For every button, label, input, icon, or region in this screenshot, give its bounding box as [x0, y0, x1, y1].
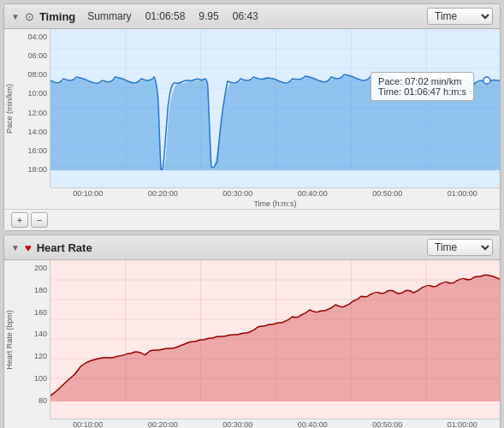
timing-tooltip-pace: Pace: 07:02 min/km — [378, 76, 466, 86]
heart-rate-chart-svg — [50, 260, 500, 419]
heart-rate-title: Heart Rate — [37, 241, 92, 254]
heart-rate-panel: ▼ ♥ Heart Rate Time Distance Heart Rate … — [3, 235, 501, 428]
hr-x-tick-5: 00:50:00 — [372, 420, 402, 428]
heart-rate-x-axis: 00:10:00 00:20:00 00:30:00 00:40:00 00:5… — [50, 419, 500, 428]
timing-y-tick-2: 06:00 — [27, 51, 47, 60]
heart-icon: ♥ — [25, 241, 32, 254]
hr-y-tick-7: 80 — [39, 396, 47, 405]
timing-x-tick-5: 00:50:00 — [372, 189, 402, 198]
timing-stat1: 01:06:58 — [145, 10, 186, 22]
heart-rate-y-axis-label: Heart Rate (bpm) — [5, 310, 14, 370]
timing-panel: ▼ ⊙ Timing Summary 01:06:58 9.95 06:43 T… — [3, 3, 501, 231]
timing-x-tick-2: 00:20:00 — [148, 189, 178, 198]
heart-rate-chart-area — [50, 260, 500, 419]
clock-icon: ⊙ — [25, 10, 34, 23]
hr-x-tick-4: 00:40:00 — [298, 420, 328, 428]
timing-x-axis: 00:10:00 00:20:00 00:30:00 00:40:00 00:5… — [50, 187, 500, 199]
timing-y-axis-label: Pace (min/km) — [5, 83, 14, 133]
timing-header: ▼ ⊙ Timing Summary 01:06:58 9.95 06:43 T… — [4, 4, 500, 29]
timing-y-tick-6: 14:00 — [27, 128, 47, 136]
heart-rate-dropdown-container: Time Distance — [427, 239, 493, 256]
timing-x-tick-3: 00:30:00 — [222, 189, 252, 198]
heart-rate-y-axis: Heart Rate (bpm) 200 180 160 140 120 100… — [4, 260, 50, 419]
timing-zoom-in-button[interactable]: + — [11, 212, 28, 228]
hr-y-tick-6: 100 — [34, 374, 47, 383]
hr-x-tick-1: 00:10:00 — [73, 420, 103, 428]
hr-y-tick-4: 140 — [34, 330, 47, 338]
timing-y-tick-7: 16:00 — [27, 146, 47, 155]
timing-collapse-icon[interactable]: ▼ — [11, 12, 20, 21]
timing-dropdown-container: Time Distance — [427, 8, 493, 25]
timing-summary-label: Summary — [87, 10, 131, 22]
hr-y-tick-2: 180 — [34, 286, 47, 294]
timing-stat2: 9.95 — [199, 10, 218, 22]
heart-rate-collapse-icon[interactable]: ▼ — [11, 243, 20, 253]
hr-y-tick-1: 200 — [34, 264, 47, 272]
timing-tooltip: Pace: 07:02 min/km Time: 01:06:47 h:m:s — [371, 72, 474, 101]
timing-zoom-controls: + − — [4, 209, 500, 230]
timing-stat3: 06:43 — [233, 10, 258, 22]
svg-point-13 — [483, 77, 490, 84]
timing-x-axis-label: Time (h:m:s) — [50, 199, 500, 209]
timing-time-select[interactable]: Time Distance — [427, 8, 493, 25]
hr-y-tick-3: 160 — [34, 308, 47, 317]
timing-y-tick-4: 10:00 — [27, 89, 47, 98]
heart-rate-time-select[interactable]: Time Distance — [427, 239, 493, 256]
timing-y-axis: Pace (min/km) 04:00 06:00 08:00 10:00 12… — [4, 29, 50, 187]
timing-y-tick-8: 18:00 — [27, 165, 47, 174]
timing-y-tick-3: 08:00 — [27, 70, 47, 79]
timing-title: Timing — [39, 10, 75, 23]
timing-summary-stats: Summary 01:06:58 9.95 06:43 — [87, 10, 422, 22]
hr-x-tick-6: 01:00:00 — [448, 420, 477, 428]
timing-x-tick-1: 00:10:00 — [73, 189, 103, 198]
timing-tooltip-time: Time: 01:06:47 h:m:s — [378, 86, 466, 97]
heart-rate-header: ▼ ♥ Heart Rate Time Distance — [4, 235, 500, 260]
hr-x-tick-3: 00:30:00 — [222, 420, 252, 428]
timing-zoom-out-button[interactable]: − — [31, 212, 48, 228]
timing-x-tick-6: 01:00:00 — [448, 189, 477, 198]
hr-x-tick-2: 00:20:00 — [148, 420, 178, 428]
timing-y-tick-1: 04:00 — [27, 33, 47, 41]
timing-chart-area: Pace: 07:02 min/km Time: 01:06:47 h:m:s — [50, 29, 500, 187]
timing-y-tick-5: 12:00 — [27, 109, 47, 117]
timing-chart-svg — [50, 29, 500, 187]
hr-y-tick-5: 120 — [34, 352, 47, 360]
timing-x-tick-4: 00:40:00 — [298, 189, 328, 198]
